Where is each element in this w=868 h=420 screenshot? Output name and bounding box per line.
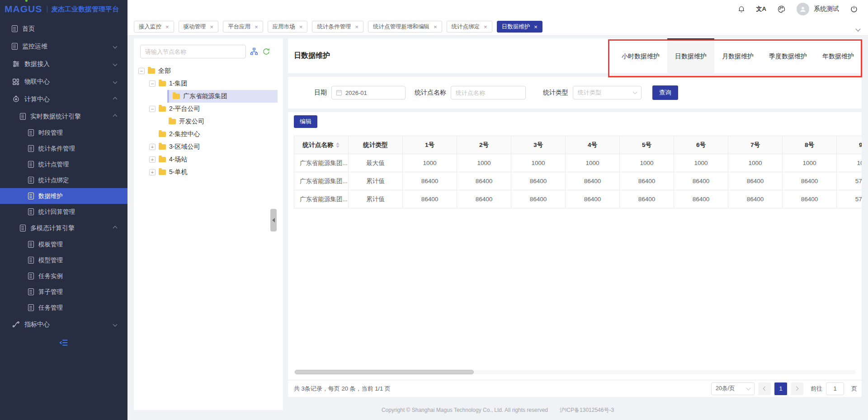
expand-plus-icon[interactable]: + <box>149 156 156 163</box>
current-page-button[interactable]: 1 <box>774 382 787 395</box>
tab-chip-app-market[interactable]: 应用市场× <box>268 21 308 33</box>
sidebar-item-stat-condition-mgmt[interactable]: 统计条件管理 <box>0 141 127 156</box>
point-name-input[interactable] <box>451 86 526 99</box>
sidebar-item-operator-mgmt[interactable]: 算子管理 <box>0 284 127 300</box>
tab-chip-driver-mgmt[interactable]: 驱动管理× <box>179 21 219 33</box>
tree-structure-icon[interactable] <box>250 47 258 56</box>
date-input[interactable] <box>345 90 395 96</box>
tab-chip-access-monitor[interactable]: 接入监控× <box>134 21 174 33</box>
data-table-wrapper: 统计点名称 统计类型 1号 2号 3号 4号 5号 6号 7号 8号 9号 <box>294 136 862 208</box>
chevron-down-icon <box>113 322 118 327</box>
col-header-day1: 1号 <box>403 136 457 154</box>
node-search-input[interactable] <box>140 45 246 58</box>
query-button[interactable]: 查询 <box>652 85 678 100</box>
sidebar-item-task-mgmt[interactable]: 任务管理 <box>0 300 127 316</box>
col-header-stat-type: 统计类型 <box>349 136 403 154</box>
table-row[interactable]: 广东省能源集团... 最大值 1000 1000 1000 1000 1000 … <box>294 154 862 172</box>
sidebar-item-home[interactable]: 首页 <box>0 20 127 38</box>
close-icon[interactable]: × <box>255 24 258 30</box>
language-translate-icon[interactable]: 文A <box>756 5 766 13</box>
table-row[interactable]: 广东省能源集团... 累计值 86400 86400 86400 86400 8… <box>294 172 862 190</box>
page-size-select[interactable]: 20条/页 <box>711 382 755 395</box>
collapse-minus-icon[interactable]: − <box>149 80 156 87</box>
tree-node-guangdong-energy-selected[interactable]: 广东省能源集团 <box>167 90 278 103</box>
tab-chip-platform-app[interactable]: 平台应用× <box>223 21 263 33</box>
tab-quarter-data[interactable]: 季度数据维护 <box>761 38 815 73</box>
username-label[interactable]: 系统测试 <box>814 5 839 13</box>
tab-year-data[interactable]: 年数据维护 <box>815 38 862 73</box>
tree-node-group1[interactable]: − 1-集团 <box>134 77 283 90</box>
sidebar-item-period-mgmt[interactable]: 时段管理 <box>0 125 127 141</box>
tab-day-data-active[interactable]: 日数据维护 <box>667 38 714 73</box>
sidebar-collapse-button[interactable] <box>59 338 69 349</box>
tree-node-dev-company[interactable]: 开发公司 <box>134 115 283 128</box>
goto-page-input[interactable] <box>826 382 844 395</box>
close-icon[interactable]: × <box>434 24 437 30</box>
collapse-minus-icon[interactable]: − <box>138 68 145 74</box>
tree-collapse-handle[interactable] <box>270 209 277 231</box>
tabs-overflow-chevron-icon[interactable] <box>856 24 860 33</box>
col-header-point-name[interactable]: 统计点名称 <box>294 136 349 154</box>
sidebar-item-multimodal-engine[interactable]: 多模态计算引擎 <box>0 220 127 236</box>
close-icon[interactable]: × <box>534 24 538 30</box>
tab-month-data[interactable]: 月数据维护 <box>714 38 761 73</box>
sidebar-item-model-mgmt[interactable]: 模型管理 <box>0 252 127 268</box>
chevron-down-icon <box>113 62 118 66</box>
sidebar-item-data-maintenance[interactable]: 数据维护 <box>0 188 127 204</box>
close-icon[interactable]: × <box>210 24 214 30</box>
sidebar-item-data-access[interactable]: 数据接入 <box>0 55 127 73</box>
node-tree-panel: − 全部 − 1-集团 广东省能源集团 − 2-平台公司 开发公司 <box>134 38 283 410</box>
user-avatar[interactable] <box>797 3 809 15</box>
close-icon[interactable]: × <box>165 24 169 30</box>
tree-node-single-unit[interactable]: + 5-单机 <box>134 166 283 179</box>
expand-plus-icon[interactable]: + <box>149 144 156 150</box>
collapse-minus-icon[interactable]: − <box>149 106 156 112</box>
refresh-icon[interactable] <box>262 47 270 56</box>
tab-chip-daily-data-active[interactable]: 日数据维护× <box>497 21 542 33</box>
edit-button[interactable]: 编辑 <box>294 115 317 128</box>
sidebar-item-compute-center[interactable]: 计算中心 <box>0 90 127 108</box>
sidebar-item-stat-point-mgmt[interactable]: 统计点管理 <box>0 156 127 172</box>
close-icon[interactable]: × <box>355 24 359 30</box>
tree-node-platform-company[interactable]: − 2-平台公司 <box>134 103 283 115</box>
tree-node-control-center[interactable]: 2-集控中心 <box>134 128 283 141</box>
sidebar-menu: 首页 监控运维 数据接入 物联中心 计算中心 实时数据统计引擎 <box>0 18 127 349</box>
next-page-button[interactable] <box>791 382 803 395</box>
table-row[interactable]: 广东省能源集团... 累计值 86400 86400 86400 86400 8… <box>294 190 862 208</box>
col-header-day5: 5号 <box>620 136 674 154</box>
sidebar-item-monitor-ops[interactable]: 监控运维 <box>0 38 127 55</box>
triangle-left-icon <box>272 218 275 222</box>
sidebar-item-template-mgmt[interactable]: 模板管理 <box>0 236 127 252</box>
power-logout-icon[interactable] <box>850 5 858 13</box>
sidebar-item-stat-point-bind[interactable]: 统计点绑定 <box>0 172 127 188</box>
chevron-down-icon <box>746 386 751 390</box>
prev-page-button[interactable] <box>758 382 771 395</box>
sidebar-item-stat-recalc-mgmt[interactable]: 统计回算管理 <box>0 204 127 220</box>
tree-node-regional-company[interactable]: + 3-区域公司 <box>134 141 283 153</box>
tab-chip-stat-point-bind[interactable]: 统计点绑定× <box>447 21 492 33</box>
tree-node-all[interactable]: − 全部 <box>134 65 283 77</box>
sidebar-item-realtime-stats-engine[interactable]: 实时数据统计引擎 <box>0 108 127 125</box>
document-icon <box>28 129 34 136</box>
tab-hour-data[interactable]: 小时数据维护 <box>614 38 667 73</box>
stat-type-select[interactable]: 统计类型 <box>573 86 642 99</box>
folder-icon <box>159 106 166 112</box>
sort-icon[interactable] <box>336 142 340 148</box>
tab-chip-stat-point-edit[interactable]: 统计点管理新增和编辑× <box>368 21 442 33</box>
close-icon[interactable]: × <box>299 24 303 30</box>
expand-plus-icon[interactable]: + <box>149 169 156 175</box>
sidebar-item-indicator-center[interactable]: 指标中心 <box>0 316 127 333</box>
tree-node-station[interactable]: + 4-场站 <box>134 153 283 166</box>
tab-chip-stat-condition[interactable]: 统计条件管理× <box>312 21 363 33</box>
document-icon <box>28 273 34 279</box>
theme-palette-icon[interactable] <box>777 5 786 14</box>
icp-number: 沪ICP备13012546号-3 <box>560 407 614 413</box>
scrollbar-thumb[interactable] <box>295 370 474 374</box>
sidebar-item-task-instance[interactable]: 任务实例 <box>0 268 127 284</box>
chevron-left-icon <box>763 387 768 391</box>
date-picker[interactable] <box>331 86 406 99</box>
close-icon[interactable]: × <box>484 24 487 30</box>
sidebar-item-iot-center[interactable]: 物联中心 <box>0 73 127 90</box>
horizontal-scrollbar[interactable] <box>294 370 856 374</box>
notification-bell-icon[interactable] <box>737 5 745 13</box>
